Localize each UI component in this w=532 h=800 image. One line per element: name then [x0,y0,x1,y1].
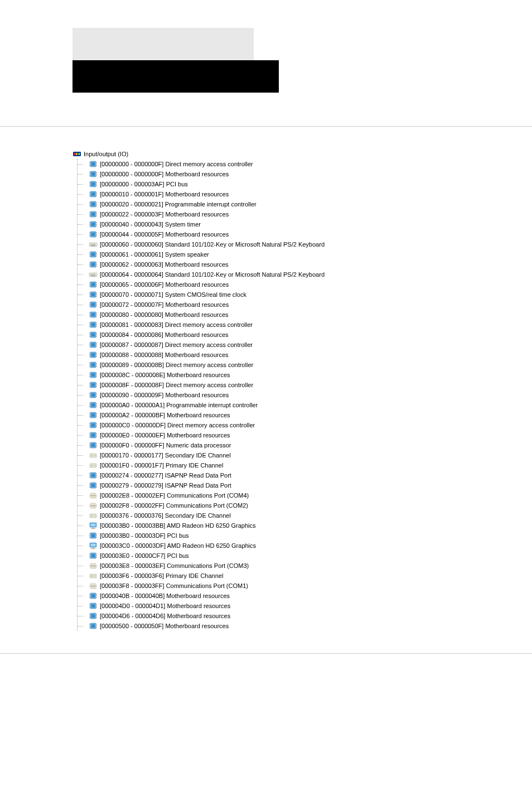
tree-item[interactable]: [00000000 - 0000000F] Motherboard resour… [78,169,460,179]
svg-rect-93 [92,274,93,275]
tree-item[interactable]: [00000060 - 00000060] Standard 101/102-K… [78,239,460,249]
svg-rect-96 [91,276,95,277]
tree-item[interactable]: [0000008C - 0000008E] Motherboard resour… [78,370,460,380]
tree-item[interactable]: [0000008F - 0000008F] Direct memory acce… [78,380,460,390]
device-icon [89,360,98,369]
tree-item[interactable]: [00000081 - 00000083] Direct memory acce… [78,320,460,330]
tree-item[interactable]: [000003F8 - 000003FF] Communications Por… [78,581,460,591]
tree-item[interactable]: [00000089 - 0000008B] Direct memory acce… [78,360,460,370]
tree-item[interactable]: [000003F6 - 000003F6] Primary IDE Channe… [78,571,460,581]
tree-item[interactable]: [000003C0 - 000003DF] AMD Radeon HD 6250… [78,541,460,551]
svg-rect-76 [91,253,95,256]
tree-item[interactable]: [00000279 - 00000279] ISAPNP Read Data P… [78,480,460,490]
tree-item[interactable]: [000000F0 - 000000FF] Numeric data proce… [78,440,460,450]
device-icon [89,441,98,450]
tree-item[interactable]: [000000A2 - 000000BF] Motherboard resour… [78,410,460,420]
tree-item[interactable]: [00000087 - 00000087] Direct memory acce… [78,340,460,350]
svg-point-255 [91,495,92,497]
tree-item[interactable]: [000001F0 - 000001F7] Primary IDE Channe… [78,460,460,470]
tree-item[interactable]: [000004D6 - 000004D6] Motherboard resour… [78,611,460,621]
tree-item[interactable]: [00000080 - 00000080] Motherboard resour… [78,310,460,320]
svg-rect-261 [90,514,96,518]
svg-rect-154 [91,353,95,356]
device-icon [89,531,98,540]
device-label: Programmable interrupt controller [165,201,257,208]
io-range: [000004D0 - 000004D1] [100,603,165,609]
tree-item-label: [000003B0 - 000003BB] AMD Radeon HD 6250… [100,522,255,529]
device-icon [89,411,98,420]
device-label: Motherboard resources [165,311,229,318]
svg-rect-72 [93,244,94,245]
tree-item-label: [000000E0 - 000000EF] Motherboard resour… [100,432,230,438]
tree-item[interactable]: [000000A0 - 000000A1] Programmable inter… [78,400,460,410]
device-icon [89,380,98,389]
device-label: Motherboard resources [167,613,231,619]
svg-point-256 [93,495,94,497]
tree-item[interactable]: [00000040 - 00000043] System timer [78,219,460,229]
tree-item-label: [00000279 - 00000279] ISAPNP Read Data P… [100,482,231,489]
tree-item[interactable]: [00000010 - 0000001F] Motherboard resour… [78,189,460,199]
tree-item[interactable]: [00000084 - 00000086] Motherboard resour… [78,330,460,340]
tree-item[interactable]: [000003E0 - 00000CF7] PCI bus [78,551,460,561]
svg-rect-269 [91,534,95,537]
tree-item[interactable]: [00000061 - 00000061] System speaker [78,249,460,259]
tree-item[interactable]: [00000088 - 00000088] Motherboard resour… [78,350,460,360]
svg-rect-194 [91,403,95,407]
tree-item[interactable]: [00000020 - 00000021] Programmable inter… [78,199,460,209]
tree-item[interactable]: [00000022 - 0000003F] Motherboard resour… [78,209,460,219]
port-icon [89,501,98,510]
header-dark-block [72,60,279,93]
io-range: [00000081 - 00000083] [100,321,163,328]
device-label: Motherboard resources [165,351,229,358]
tree-item[interactable]: [00000044 - 0000005F] Motherboard resour… [78,229,460,239]
tree-item[interactable]: [00000064 - 00000064] Standard 101/102-K… [78,269,460,279]
tree-item[interactable]: [000002E8 - 000002EF] Communications Por… [78,490,460,500]
tree-item[interactable]: [000003E8 - 000003EF] Communications Por… [78,561,460,571]
svg-point-290 [94,566,95,567]
tree-item[interactable]: [00000065 - 0000006F] Motherboard resour… [78,279,460,290]
tree-item[interactable]: [00000000 - 0000000F] Direct memory acce… [78,159,460,169]
tree-item-label: [00000040 - 00000043] System timer [100,221,201,228]
tree-item[interactable]: [00000070 - 00000071] System CMOS/real t… [78,290,460,300]
svg-point-288 [91,566,92,567]
svg-point-294 [91,586,92,587]
tree-item[interactable]: [000003B0 - 000003DF] PCI bus [78,531,460,541]
tree-item[interactable]: [000004D0 - 000004D1] Motherboard resour… [78,601,460,611]
tree-item[interactable]: [0000040B - 0000040B] Motherboard resour… [78,591,460,601]
port-icon [89,491,98,500]
tree-item[interactable]: [00000062 - 00000063] Motherboard resour… [78,259,460,269]
device-icon [89,601,98,610]
svg-rect-71 [92,244,93,245]
tree-item-label: [00000044 - 0000005F] Motherboard resour… [100,231,229,238]
tree-item-label: [000000F0 - 000000FF] Numeric data proce… [100,442,231,449]
device-label: System CMOS/real time clock [165,291,246,298]
tree-item[interactable]: [00000500 - 0000050F] Motherboard resour… [78,621,460,631]
svg-rect-73 [95,244,96,245]
svg-rect-233 [90,454,96,457]
tree-item[interactable]: [00000376 - 00000376] Secondary IDE Chan… [78,510,460,521]
tree-item[interactable]: [000000E0 - 000000EF] Motherboard resour… [78,430,460,440]
tree-item[interactable]: [000003B0 - 000003BB] AMD Radeon HD 6250… [78,521,460,531]
tree-item[interactable]: [00000170 - 00000177] Secondary IDE Chan… [78,450,460,460]
tree-item[interactable]: [000000C0 - 000000DF] Direct memory acce… [78,420,460,430]
page-header [0,0,532,104]
port-icon [89,561,98,570]
device-label: Communications Port (COM4) [167,492,249,499]
io-range: [00000170 - 00000177] [100,452,163,459]
tree-item[interactable]: [00000000 - 000003AF] PCI bus [78,179,460,189]
io-range: [000000E0 - 000000EF] [100,432,165,438]
tree-item[interactable]: [00000090 - 0000009F] Motherboard resour… [78,390,460,400]
io-range: [00000062 - 00000063] [100,261,163,268]
svg-rect-106 [91,293,95,296]
tree-item[interactable]: [00000274 - 00000277] ISAPNP Read Data P… [78,470,460,480]
io-range: [00000061 - 00000061] [100,251,163,258]
tree-root-io[interactable]: Input/output (IO) [72,149,460,159]
tree-item[interactable]: [000002F8 - 000002FF] Communications Por… [78,500,460,510]
device-label: Primary IDE Channel [166,462,223,469]
device-label: Secondary IDE Channel [165,452,231,459]
svg-rect-293 [91,575,93,577]
svg-rect-238 [91,465,93,466]
tree-item-label: [000002F8 - 000002FF] Communications Por… [100,502,248,509]
device-label: Motherboard resources [165,231,229,238]
tree-item[interactable]: [00000072 - 0000007F] Motherboard resour… [78,300,460,310]
